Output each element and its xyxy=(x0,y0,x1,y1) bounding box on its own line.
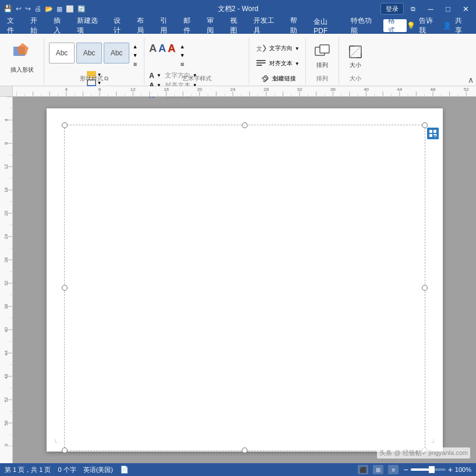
shape-style-btn-1[interactable]: Abc xyxy=(49,43,75,64)
handle-top-left[interactable] xyxy=(62,122,68,128)
svg-text:60: 60 xyxy=(3,443,9,446)
art-style-expand[interactable]: ≡ xyxy=(178,60,186,68)
menu-mail[interactable]: 邮件 xyxy=(179,19,202,32)
vertical-ruler: 4812162024283236404448525660 xyxy=(0,97,13,463)
status-doc-icon: 📄 xyxy=(120,466,129,474)
svg-text:4: 4 xyxy=(65,87,68,92)
open-icon[interactable]: 📂 xyxy=(45,5,53,13)
share-icon: 👤 xyxy=(443,22,452,30)
svg-text:52: 52 xyxy=(3,397,9,402)
undo-icon[interactable]: ↩ xyxy=(16,5,22,13)
svg-text:44: 44 xyxy=(397,87,402,92)
restore-down-icon[interactable]: ⧉ xyxy=(405,1,421,17)
login-button[interactable]: 登录 xyxy=(380,3,404,15)
handle-bottom-left[interactable] xyxy=(62,447,68,453)
shape-style-btn-2[interactable]: Abc xyxy=(76,43,102,64)
ruler-v-svg: 4812162024283236404448525660 xyxy=(0,97,13,446)
svg-marker-1 xyxy=(17,43,29,55)
status-words: 0 个字 xyxy=(58,466,76,474)
menu-view[interactable]: 视图 xyxy=(225,19,249,32)
zoom-slider-track[interactable] xyxy=(411,468,446,471)
svg-text:8: 8 xyxy=(98,87,101,92)
status-lang: 英语(美国) xyxy=(83,466,113,474)
art-text-style-a1[interactable]: A xyxy=(149,43,157,68)
handle-middle-right[interactable] xyxy=(422,285,428,291)
menu-insert[interactable]: 插入 xyxy=(49,19,72,32)
menu-help[interactable]: 帮助 xyxy=(285,19,309,32)
menu-file[interactable]: 文件 xyxy=(2,19,26,32)
window-controls: 登录 ⧉ ─ □ ✕ xyxy=(380,1,476,17)
view-print-btn[interactable]: ⬛ xyxy=(358,465,368,474)
art-style-up[interactable]: ▲ xyxy=(178,43,186,51)
ribbon-group-size: 大小 大小 xyxy=(339,38,372,84)
quick-access-toolbar: 💾 ↩ ↪ 🖨 📂 ▦ ⬜ 🔄 xyxy=(0,5,86,13)
maximize-button[interactable]: □ xyxy=(440,1,456,17)
art-text-style-a2[interactable]: A xyxy=(158,43,166,68)
menu-design[interactable]: 设计 xyxy=(109,19,132,32)
align-text-btn2[interactable]: 对齐文本 ▼ xyxy=(254,57,301,70)
arrange-button[interactable]: 排列 xyxy=(311,41,334,70)
svg-text:40: 40 xyxy=(3,327,9,332)
horizontal-ruler: 481216202428323640444852 xyxy=(0,86,476,97)
table-icon[interactable]: ▦ xyxy=(57,5,62,13)
redo-icon[interactable]: ↪ xyxy=(25,5,31,13)
menu-pdf[interactable]: 金山PDF xyxy=(309,19,346,32)
title-bar: 💾 ↩ ↪ 🖨 📂 ▦ ⬜ 🔄 文档2 - Word 登录 ⧉ ─ □ ✕ xyxy=(0,0,476,17)
menu-new-options[interactable]: 新建选项 xyxy=(72,19,110,32)
text-direction-btn[interactable]: 文 文字方向 ▼ xyxy=(254,41,301,55)
menu-format[interactable]: 格式 xyxy=(383,19,407,32)
handle-top-center[interactable] xyxy=(242,122,248,128)
share-label[interactable]: 共享 xyxy=(455,16,469,36)
save-icon[interactable]: 💾 xyxy=(3,5,12,13)
shape-style-up-arrow[interactable]: ▲ xyxy=(131,43,139,51)
handle-middle-left[interactable] xyxy=(62,285,68,291)
view-web-btn[interactable]: ⊞ xyxy=(373,465,383,474)
text-direction-icon: 文 xyxy=(255,43,267,54)
handle-top-right[interactable] xyxy=(422,122,428,128)
status-page: 第 1 页，共 1 页 xyxy=(5,466,51,474)
zoom-out-btn[interactable]: − xyxy=(403,465,408,474)
svg-text:40: 40 xyxy=(364,87,369,92)
svg-rect-11 xyxy=(256,65,262,66)
svg-text:20: 20 xyxy=(197,87,202,92)
text-direction-dd[interactable]: ▼ xyxy=(295,46,299,51)
layout-options-icon[interactable] xyxy=(427,128,439,139)
ruler-corner xyxy=(0,86,13,97)
tell-me-label[interactable]: 告诉我 xyxy=(419,16,440,36)
ribbon-collapse-btn[interactable]: ∧ xyxy=(468,75,474,84)
shapes-toolbar-icon[interactable]: ⬜ xyxy=(66,5,74,13)
refresh-icon[interactable]: 🔄 xyxy=(77,5,86,13)
svg-text:24: 24 xyxy=(230,87,235,92)
shape-style-expand-icon[interactable]: ⧉ xyxy=(104,75,108,82)
shape-style-down-arrow[interactable]: ▼ xyxy=(131,51,139,59)
menu-reference[interactable]: 引用 xyxy=(156,19,179,32)
menu-features[interactable]: 特色功能 xyxy=(346,19,383,32)
menu-start[interactable]: 开始 xyxy=(26,19,49,32)
status-bar: 第 1 页，共 1 页 0 个字 英语(美国) 📄 ⬛ ⊞ ≡ − + 100% xyxy=(0,463,476,476)
close-button[interactable]: ✕ xyxy=(457,1,474,17)
art-style-down[interactable]: ▼ xyxy=(178,51,186,59)
menu-bar: 文件 开始 插入 新建选项 设计 布局 引用 邮件 审阅 视图 开发工具 帮助 … xyxy=(0,17,476,34)
align-text-dd[interactable]: ▼ xyxy=(295,61,299,66)
menu-layout[interactable]: 布局 xyxy=(132,19,156,32)
print-icon[interactable]: 🖨 xyxy=(34,5,41,13)
art-text-style-a3[interactable]: A xyxy=(168,43,175,68)
svg-text:20: 20 xyxy=(3,210,9,216)
shape-style-expand-arrow[interactable]: ≡ xyxy=(131,60,139,68)
main-area: 4812162024283236404448525660 xyxy=(0,97,476,463)
minimize-button[interactable]: ─ xyxy=(422,1,439,17)
shape-large-button[interactable] xyxy=(8,39,36,65)
selected-textbox[interactable] xyxy=(64,125,425,451)
document-area[interactable]: └ ┘ xyxy=(13,97,476,463)
shape-style-text-2: Abc xyxy=(83,49,96,57)
ruler-svg: 481216202428323640444852 xyxy=(16,87,471,96)
size-button[interactable]: 大小 xyxy=(344,41,367,70)
handle-bottom-center[interactable] xyxy=(242,447,248,453)
shape-style-btn-3[interactable]: Abc xyxy=(104,43,129,64)
menu-dev-tools[interactable]: 开发工具 xyxy=(249,19,286,32)
zoom-in-btn[interactable]: + xyxy=(448,465,453,474)
menu-review[interactable]: 审阅 xyxy=(202,19,225,32)
view-read-btn[interactable]: ≡ xyxy=(388,465,399,474)
svg-rect-133 xyxy=(433,130,436,133)
zoom-slider-thumb[interactable] xyxy=(429,466,435,473)
